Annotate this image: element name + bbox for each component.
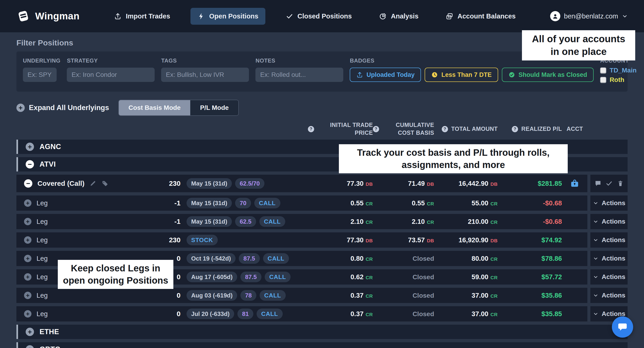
- cr-suffix: CR: [490, 275, 498, 280]
- amount-value: 37.00: [472, 292, 488, 299]
- help-icon[interactable]: ?: [512, 126, 518, 132]
- amount-value: 71.49: [408, 180, 425, 187]
- cell-quantity: -1: [139, 199, 180, 207]
- column-header-initial-trade-price: ?INITIAL TRADE PRICE: [280, 121, 373, 137]
- underlying-row-ethe[interactable]: +ETHE: [16, 325, 628, 339]
- leg-row[interactable]: +Leg-1May 15 (31d)70CALL0.55CR0.55CR55.0…: [16, 195, 628, 211]
- check-icon[interactable]: [606, 180, 613, 187]
- leg-row[interactable]: +Leg-1May 15 (31d)62.5CALL2.10CR2.10CR21…: [16, 214, 628, 229]
- tag-icon[interactable]: [102, 180, 108, 187]
- cell-quantity: -1: [139, 218, 180, 225]
- cell-actions[interactable]: [587, 175, 628, 192]
- cell-quantity: 230: [139, 179, 180, 187]
- leg-row[interactable]: +Leg0Jul 20 (-633d)81CALL0.37CRClosed37.…: [16, 306, 628, 322]
- expand-icon[interactable]: +: [24, 218, 32, 225]
- expand-icon[interactable]: +: [24, 310, 32, 318]
- cell-actions[interactable]: Actions: [587, 195, 628, 211]
- underlying-input[interactable]: [23, 68, 57, 82]
- chevron-down-icon: [593, 200, 598, 206]
- badge-uploaded-today[interactable]: Uploaded Today: [350, 68, 421, 82]
- cell-contracts: May 15 (31d)70CALL: [180, 198, 280, 208]
- cell-actions[interactable]: Actions: [587, 232, 628, 248]
- expand-icon[interactable]: +: [24, 255, 32, 262]
- cell-initial-trade-price: 0.55CR: [280, 199, 373, 207]
- amount-value: 37.00: [472, 310, 488, 318]
- help-icon[interactable]: ?: [442, 126, 448, 132]
- cell-actions[interactable]: Actions: [587, 269, 628, 285]
- date-pill: May 15 (31d): [186, 216, 232, 227]
- amount-value: 59.00: [472, 273, 488, 281]
- expand-icon[interactable]: +: [26, 143, 34, 151]
- expand-icon[interactable]: +: [24, 236, 32, 244]
- leg-row[interactable]: +Leg230STOCK77.30DB73.57DB16,920.90DB$74…: [16, 232, 628, 248]
- amount-value: 16,442.90: [458, 180, 488, 187]
- chat-button[interactable]: [612, 316, 633, 338]
- amount-value: 0.37: [350, 292, 364, 299]
- checkbox-icon[interactable]: [600, 77, 606, 83]
- brand[interactable]: Wingman: [16, 9, 80, 23]
- amount-value: 0.80: [350, 255, 364, 262]
- mode-p-l-mode[interactable]: P/L Mode: [190, 100, 238, 115]
- expand-all-label: Expand All Underlyings: [29, 104, 109, 112]
- amount-value: 16,920.90: [458, 236, 488, 244]
- cell-name: +Leg: [16, 310, 139, 318]
- account-option-roth[interactable]: Roth: [600, 76, 636, 84]
- briefcase-icon[interactable]: [570, 179, 579, 188]
- nav-item-analysis[interactable]: Analysis: [372, 8, 425, 25]
- brand-name: Wingman: [35, 11, 80, 22]
- check-circle-icon: [508, 71, 515, 78]
- expand-icon[interactable]: +: [24, 292, 32, 299]
- position-row[interactable]: −Covered (Call)230May 15 (31d)62.5/7077.…: [16, 175, 628, 192]
- tags-input[interactable]: [161, 68, 249, 82]
- nav-item-open-positions[interactable]: Open Positions: [190, 8, 265, 25]
- nav-item-label: Account Balances: [458, 12, 516, 20]
- column-header-label: INITIAL TRADE PRICE: [318, 121, 373, 137]
- cell-actions[interactable]: Actions: [587, 288, 628, 303]
- trash-icon[interactable]: [617, 180, 624, 187]
- cr-suffix: CR: [490, 312, 498, 317]
- expand-icon[interactable]: +: [24, 273, 32, 281]
- realized-pl-value: $35.85: [541, 310, 562, 318]
- checkbox-icon[interactable]: [600, 67, 606, 74]
- cr-suffix: CR: [490, 293, 498, 299]
- help-icon[interactable]: ?: [373, 126, 379, 132]
- underlying-row-gbtc[interactable]: +GBTC: [16, 342, 628, 348]
- nav-item-closed-positions[interactable]: Closed Positions: [279, 8, 359, 25]
- nav-item-account-balances[interactable]: Account Balances: [439, 8, 522, 25]
- cell-actions[interactable]: Actions: [587, 214, 628, 229]
- expand-icon[interactable]: +: [24, 199, 32, 207]
- badge-should-mark-as-closed[interactable]: Should Mark as Closed: [502, 68, 594, 82]
- top-nav: Wingman Import TradesOpen PositionsClose…: [0, 0, 644, 32]
- amount-value: 0.37: [350, 310, 364, 318]
- badge-less-than-7-dte[interactable]: Less Than 7 DTE: [425, 68, 498, 82]
- chevron-down-icon: [593, 311, 598, 317]
- expand-icon[interactable]: +: [26, 345, 34, 348]
- collapse-icon[interactable]: −: [24, 179, 32, 188]
- notes-input[interactable]: [256, 68, 343, 82]
- main-content: Filter Positions UNDERLYINGSTRATEGYTAGSN…: [0, 38, 644, 348]
- upload-icon: [356, 71, 363, 78]
- leg-row[interactable]: +Leg0Aug 03 (-619d)78CALL0.37CRClosed37.…: [16, 288, 628, 303]
- cell-realized-pl: $35.86: [498, 292, 562, 299]
- cr-suffix: CR: [427, 201, 434, 206]
- account-option-td-main[interactable]: TD_Main: [600, 67, 636, 74]
- mode-cost-basis-mode[interactable]: Cost Basis Mode: [119, 100, 190, 115]
- expand-all-button[interactable]: + Expand All Underlyings: [16, 104, 109, 112]
- realized-pl-value: $74.92: [541, 236, 562, 244]
- pencil-icon[interactable]: [90, 180, 96, 187]
- strategy-input[interactable]: [67, 68, 155, 82]
- nav-item-import-trades[interactable]: Import Trades: [107, 8, 177, 25]
- chevron-down-icon: [593, 219, 598, 224]
- help-icon[interactable]: ?: [308, 126, 314, 132]
- expand-icon[interactable]: +: [26, 328, 34, 336]
- cell-actions[interactable]: Actions: [587, 251, 628, 266]
- collapse-icon[interactable]: −: [26, 160, 34, 169]
- cell-contracts: STOCK: [180, 235, 280, 245]
- user-menu[interactable]: ben@benlatz.com: [550, 11, 628, 21]
- chevron-down-icon: [593, 274, 598, 280]
- strike-pill: 70: [235, 198, 251, 208]
- db-suffix: DB: [427, 238, 434, 243]
- date-pill: May 15 (31d): [186, 198, 232, 208]
- note-icon[interactable]: [594, 180, 602, 187]
- cell-initial-trade-price: 0.80CR: [280, 255, 373, 262]
